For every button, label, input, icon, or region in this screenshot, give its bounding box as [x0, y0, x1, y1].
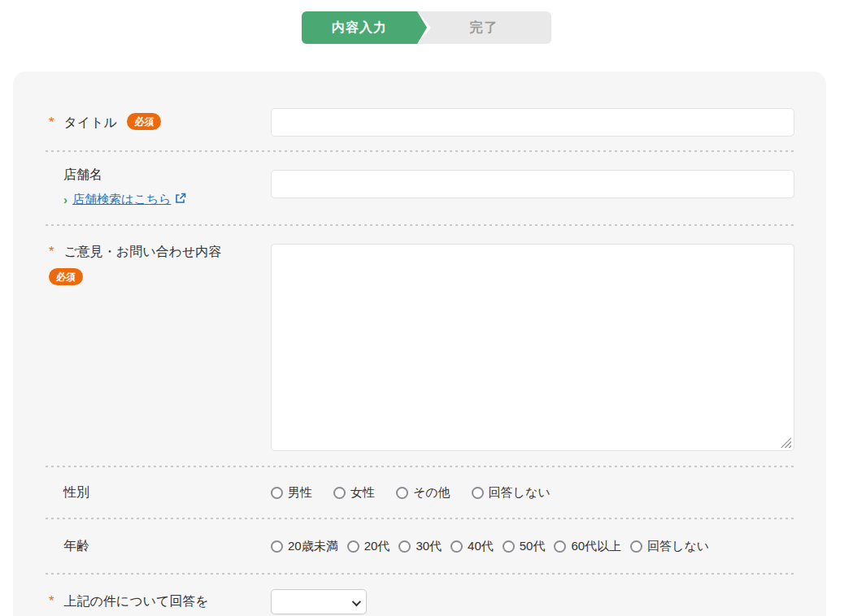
- radio-option-60s-plus[interactable]: 60代以上: [554, 539, 621, 554]
- title-label: * タイトル 必須: [46, 113, 271, 132]
- radio-option-30s[interactable]: 30代: [398, 539, 442, 554]
- radio-option-50s[interactable]: 50代: [503, 539, 546, 554]
- inquiry-badge-line: 必須: [49, 268, 271, 285]
- radio-option-20s[interactable]: 20代: [347, 539, 390, 554]
- form-row-age: 年齢 20歳未満 20代 30代 40代 50代: [46, 519, 794, 573]
- radio-option-no-answer[interactable]: 回答しない: [472, 485, 551, 501]
- age-radio-group: 20歳未満 20代 30代 40代 50代 60代以上: [271, 539, 794, 554]
- radio-option-no-answer[interactable]: 回答しない: [630, 539, 709, 554]
- radio-option-male[interactable]: 男性: [271, 485, 312, 501]
- radio-option-other[interactable]: その他: [396, 485, 450, 501]
- radio-label: 60代以上: [571, 539, 621, 554]
- radio-label: 20代: [364, 539, 390, 554]
- reply-label-text: 上記の件について回答を: [63, 594, 208, 608]
- store-name-input[interactable]: [271, 170, 794, 198]
- reply-field-area: [271, 589, 794, 614]
- radio-icon[interactable]: [503, 540, 515, 553]
- title-input[interactable]: [271, 108, 794, 137]
- required-marker: *: [49, 244, 60, 260]
- step-complete-label: 完了: [470, 20, 499, 37]
- inquiry-textarea-wrap: [271, 244, 794, 451]
- progress-stepper: 内容入力 完了: [302, 11, 551, 44]
- radio-icon[interactable]: [630, 540, 642, 553]
- step-arrow-icon: [417, 11, 427, 44]
- chevron-down-icon: [352, 597, 361, 606]
- radio-icon[interactable]: [347, 540, 359, 553]
- gender-label: 性別: [46, 484, 271, 501]
- reply-select[interactable]: [271, 589, 367, 614]
- title-label-text: タイトル: [63, 115, 117, 129]
- radio-label: 回答しない: [489, 485, 551, 501]
- radio-label: 40代: [468, 539, 494, 554]
- radio-option-under-20[interactable]: 20歳未満: [271, 539, 338, 554]
- radio-label: 女性: [350, 485, 375, 501]
- external-link-icon: [175, 193, 186, 206]
- form-panel: * タイトル 必須 店舗名 › 店舗検索はこちら: [13, 72, 826, 616]
- form-row-inquiry: * ご意見・お問い合わせ内容 必須: [46, 226, 794, 466]
- radio-label: 50代: [520, 539, 546, 554]
- radio-icon[interactable]: [333, 487, 346, 499]
- radio-icon[interactable]: [271, 487, 283, 499]
- step-current: 内容入力: [302, 11, 417, 44]
- age-label: 年齢: [46, 538, 271, 555]
- form-row-store: 店舗名 › 店舗検索はこちら: [46, 152, 794, 224]
- radio-icon[interactable]: [554, 540, 566, 553]
- gender-radio-group: 男性 女性 その他 回答しない: [271, 485, 794, 501]
- radio-icon[interactable]: [472, 487, 484, 499]
- required-marker: *: [49, 115, 60, 131]
- inquiry-label: * ご意見・お問い合わせ内容 必須: [46, 244, 271, 285]
- form-row-gender: 性別 男性 女性 その他 回答しない: [46, 467, 794, 518]
- radio-option-40s[interactable]: 40代: [450, 539, 494, 554]
- store-label: 店舗名 › 店舗検索はこちら: [46, 167, 271, 207]
- store-search-link[interactable]: 店舗検索はこちら: [72, 192, 171, 207]
- store-field-area: [271, 167, 794, 198]
- radio-option-female[interactable]: 女性: [333, 485, 375, 501]
- form-row-reply: * 上記の件について回答を: [46, 575, 794, 616]
- radio-label: 男性: [288, 485, 312, 501]
- radio-icon[interactable]: [398, 540, 411, 553]
- radio-icon[interactable]: [396, 487, 408, 499]
- store-search-link-line: › 店舗検索はこちら: [63, 192, 271, 207]
- radio-icon[interactable]: [450, 540, 463, 553]
- step-complete: 完了: [417, 11, 551, 44]
- chevron-right-icon: ›: [63, 193, 67, 206]
- title-field-area: [271, 108, 794, 137]
- required-marker: *: [49, 593, 60, 609]
- reply-label: * 上記の件について回答を: [46, 593, 271, 610]
- radio-label: 20歳未満: [288, 539, 338, 554]
- radio-label: 30代: [416, 539, 442, 554]
- inquiry-label-text: ご意見・お問い合わせ内容: [63, 245, 221, 258]
- radio-label: その他: [413, 485, 450, 501]
- inquiry-label-line: * ご意見・お問い合わせ内容: [49, 244, 271, 261]
- required-badge: 必須: [49, 268, 83, 285]
- store-label-text: 店舗名: [63, 167, 271, 184]
- radio-label: 回答しない: [647, 539, 709, 554]
- form-row-title: * タイトル 必須: [46, 89, 794, 150]
- radio-icon[interactable]: [271, 540, 283, 553]
- required-badge: 必須: [127, 113, 161, 130]
- inquiry-textarea[interactable]: [271, 244, 794, 451]
- inquiry-field-area: [271, 244, 794, 451]
